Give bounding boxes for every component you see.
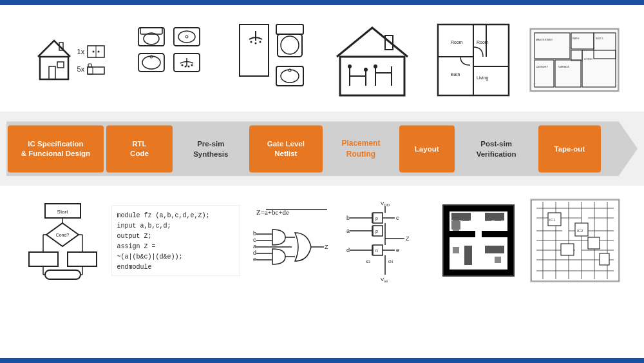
step-tapeout-label: Tape-out bbox=[554, 144, 585, 153]
step-postsim: Post-sim Verification bbox=[456, 121, 537, 176]
svg-rect-153 bbox=[485, 246, 504, 253]
svg-text:Room: Room bbox=[477, 40, 489, 44]
house-furniture-icon: 1x 5x bbox=[24, 15, 115, 105]
svg-rect-58 bbox=[535, 33, 570, 59]
step-placement-label: Placement Routing bbox=[341, 138, 380, 160]
svg-text:b: b bbox=[346, 215, 350, 221]
step-rtl-label: RTL Code bbox=[130, 139, 149, 159]
svg-text:LIVING: LIVING bbox=[584, 57, 592, 61]
svg-text:Z: Z bbox=[325, 244, 328, 250]
svg-rect-63 bbox=[582, 50, 616, 87]
verilog-code-text: module fz (a,b,c,d,e,Z); input a,b,c,d; … bbox=[117, 211, 210, 273]
svg-text:MASTER BED: MASTER BED bbox=[536, 38, 553, 41]
svg-rect-59 bbox=[571, 33, 594, 49]
svg-text:Cond?: Cond? bbox=[56, 233, 70, 237]
svg-point-23 bbox=[184, 66, 186, 68]
svg-text:LAUNDRY: LAUNDRY bbox=[536, 65, 548, 68]
svg-rect-151 bbox=[451, 221, 460, 230]
svg-text:Vss: Vss bbox=[381, 277, 388, 283]
svg-point-16 bbox=[185, 35, 188, 38]
svg-rect-1 bbox=[49, 66, 55, 79]
svg-text:p: p bbox=[375, 229, 378, 234]
bed-icon-small bbox=[87, 63, 105, 75]
cmos-svg: VDD b p a p c d n e bbox=[343, 199, 427, 282]
svg-text:e: e bbox=[396, 247, 399, 253]
svg-text:Z: Z bbox=[406, 235, 410, 242]
svg-rect-77 bbox=[45, 270, 80, 279]
house-svg bbox=[35, 37, 73, 83]
svg-text:d: d bbox=[253, 250, 256, 256]
arrow-container: IC Specification & Funcional Design RTL … bbox=[0, 112, 644, 186]
svg-rect-175 bbox=[588, 237, 600, 249]
step-presim: Pre-sim Synthesis bbox=[174, 121, 248, 176]
svg-point-36 bbox=[289, 69, 291, 72]
wardrobe-icon bbox=[87, 45, 105, 58]
svg-rect-11 bbox=[138, 28, 164, 46]
svg-text:Living: Living bbox=[477, 75, 488, 81]
svg-text:a: a bbox=[346, 228, 350, 234]
svg-rect-149 bbox=[451, 213, 471, 221]
bathroom-grid-svg bbox=[135, 25, 206, 95]
svg-text:c: c bbox=[253, 237, 256, 243]
svg-rect-26 bbox=[240, 25, 269, 76]
blueprint-svg: MASTER BED BATH BED 2 LAUNDRY GARAGE LIV… bbox=[529, 28, 620, 92]
count-1x: 1x bbox=[77, 48, 85, 55]
svg-text:b: b bbox=[253, 230, 256, 237]
step-tapeout: Tape-out bbox=[538, 125, 601, 172]
ic-layout-icon bbox=[437, 199, 520, 282]
step-placement: Placement Routing bbox=[324, 121, 398, 176]
step-ic-spec: IC Specification & Funcional Design bbox=[8, 125, 104, 172]
svg-rect-62 bbox=[555, 60, 581, 87]
boolean-svg: Z=a+bc+de b c d e a Z bbox=[250, 202, 334, 279]
top-icon-row: 1x 5x bbox=[0, 5, 644, 112]
svg-point-7 bbox=[98, 51, 100, 53]
svg-rect-2 bbox=[57, 62, 64, 68]
step-postsim-label: Post-sim Verification bbox=[477, 138, 516, 159]
svg-point-22 bbox=[181, 64, 183, 66]
count-5x: 5x bbox=[77, 65, 85, 73]
svg-text:a: a bbox=[253, 243, 256, 250]
svg-point-30 bbox=[259, 41, 261, 43]
flowchart-svg: Start Cond? bbox=[26, 201, 100, 281]
floor-plan-svg: Room Room Bath Living bbox=[435, 21, 512, 99]
svg-text:Room: Room bbox=[451, 40, 463, 44]
svg-rect-64 bbox=[571, 50, 582, 61]
svg-point-15 bbox=[178, 31, 195, 43]
svg-text:d4: d4 bbox=[388, 259, 393, 264]
svg-text:p: p bbox=[375, 216, 378, 221]
svg-rect-31 bbox=[276, 25, 303, 34]
step-layout-label: Layout bbox=[415, 144, 439, 153]
svg-rect-150 bbox=[485, 213, 504, 221]
svg-point-24 bbox=[187, 66, 189, 68]
verilog-code-box: module fz (a,b,c,d,e,Z); input a,b,c,d; … bbox=[111, 205, 240, 276]
svg-rect-9 bbox=[88, 67, 93, 74]
svg-point-29 bbox=[254, 43, 256, 44]
svg-text:Bath: Bath bbox=[451, 72, 460, 77]
svg-rect-61 bbox=[535, 60, 554, 87]
logic-gates-icon: VDD b p a p c d n e bbox=[343, 199, 427, 282]
bottom-bar bbox=[0, 358, 644, 363]
shower-toilet-icon bbox=[227, 15, 317, 105]
svg-rect-76 bbox=[68, 252, 97, 266]
svg-text:c: c bbox=[396, 215, 399, 221]
svg-rect-8 bbox=[88, 67, 104, 74]
svg-text:e: e bbox=[253, 256, 256, 262]
svg-rect-148 bbox=[495, 257, 501, 263]
svg-rect-75 bbox=[29, 252, 58, 266]
shower-toilet-svg bbox=[236, 21, 307, 99]
ic-layout-svg bbox=[440, 202, 517, 279]
svg-text:n: n bbox=[375, 248, 378, 253]
svg-rect-176 bbox=[600, 253, 609, 265]
bathroom-fixtures-icon bbox=[126, 15, 216, 105]
step-ic-spec-label: IC Specification & Funcional Design bbox=[21, 139, 90, 159]
svg-point-45 bbox=[348, 64, 352, 68]
step-layout: Layout bbox=[399, 125, 455, 172]
plumbing-house-icon bbox=[327, 15, 417, 105]
svg-text:BED 2: BED 2 bbox=[596, 37, 603, 40]
routing-diagram-icon: IC1 IC2 bbox=[530, 199, 620, 282]
svg-rect-140 bbox=[450, 237, 507, 244]
routing-svg: IC1 IC2 bbox=[530, 199, 620, 282]
step-rtl: RTL Code bbox=[106, 125, 173, 172]
svg-point-6 bbox=[93, 51, 95, 53]
plumbing-house-svg bbox=[330, 21, 414, 99]
